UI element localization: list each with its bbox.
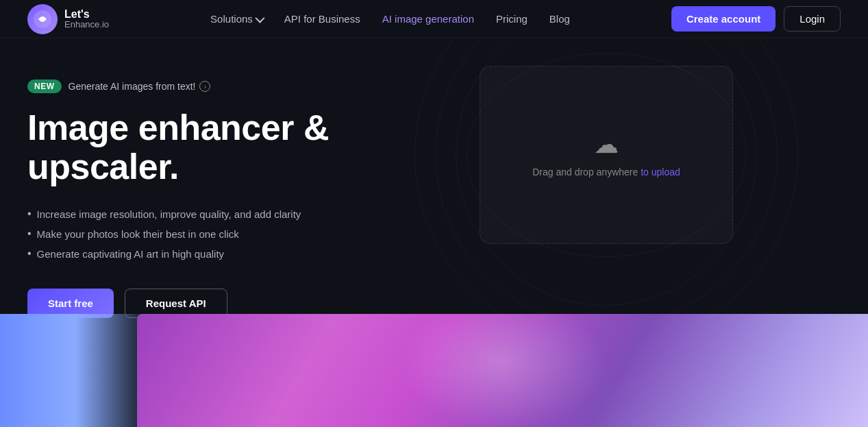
hero-right: ☁ Drag and drop anywhere to upload xyxy=(480,66,733,244)
hero-title: Image enhancer & upscaler. xyxy=(27,108,452,186)
upload-cloud-icon: ☁ xyxy=(594,132,619,157)
badge-row: NEW Generate AI images from text! › xyxy=(27,80,452,93)
bottom-section xyxy=(0,314,868,427)
upload-drag-text: Drag and drop anywhere xyxy=(532,167,638,178)
nav-links: Solutions API for Business AI image gene… xyxy=(210,13,570,25)
solutions-link[interactable]: Solutions xyxy=(210,13,262,25)
upload-link[interactable]: to upload xyxy=(641,167,680,178)
upload-container: ☁ Drag and drop anywhere to upload xyxy=(480,66,733,244)
logo[interactable]: Let's Enhance.io xyxy=(27,4,109,34)
hero-bullet-3: Generate captivating AI art in high qual… xyxy=(27,244,452,264)
logo-icon xyxy=(27,4,58,34)
chevron-down-icon xyxy=(255,13,264,23)
nav-blog[interactable]: Blog xyxy=(549,13,570,25)
blog-link[interactable]: Blog xyxy=(549,13,570,25)
navbar: Let's Enhance.io Solutions API for Busin… xyxy=(0,0,868,38)
ai-image-link[interactable]: AI image generation xyxy=(382,13,474,25)
new-badge: NEW xyxy=(27,80,62,93)
logo-text: Let's Enhance.io xyxy=(64,8,109,30)
hero-list: Increase image resolution, improve quali… xyxy=(27,204,452,263)
upload-text: Drag and drop anywhere to upload xyxy=(532,167,680,178)
hero-bullet-1: Increase image resolution, improve quali… xyxy=(27,204,452,224)
arrow-icon: › xyxy=(199,81,210,92)
create-account-button[interactable]: Create account xyxy=(671,6,776,32)
hero-image-strip xyxy=(137,314,868,427)
badge-link[interactable]: Generate AI images from text! › xyxy=(69,81,211,92)
nav-ai-image[interactable]: AI image generation xyxy=(382,13,474,25)
api-link[interactable]: API for Business xyxy=(284,13,360,25)
bottom-left-gradient xyxy=(0,314,151,427)
hero-bullet-2: Make your photos look their best in one … xyxy=(27,224,452,244)
nav-api[interactable]: API for Business xyxy=(284,13,360,25)
nav-solutions[interactable]: Solutions xyxy=(210,13,262,25)
hero-content: NEW Generate AI images from text! › Imag… xyxy=(27,73,452,318)
nav-actions: Create account Login xyxy=(671,6,841,32)
hero-section: NEW Generate AI images from text! › Imag… xyxy=(0,38,868,314)
nav-pricing[interactable]: Pricing xyxy=(496,13,528,25)
badge-link-text: Generate AI images from text! xyxy=(69,81,196,92)
upload-dropzone[interactable]: ☁ Drag and drop anywhere to upload xyxy=(480,66,733,244)
svg-point-1 xyxy=(40,17,45,21)
pricing-link[interactable]: Pricing xyxy=(496,13,528,25)
login-button[interactable]: Login xyxy=(784,6,841,32)
